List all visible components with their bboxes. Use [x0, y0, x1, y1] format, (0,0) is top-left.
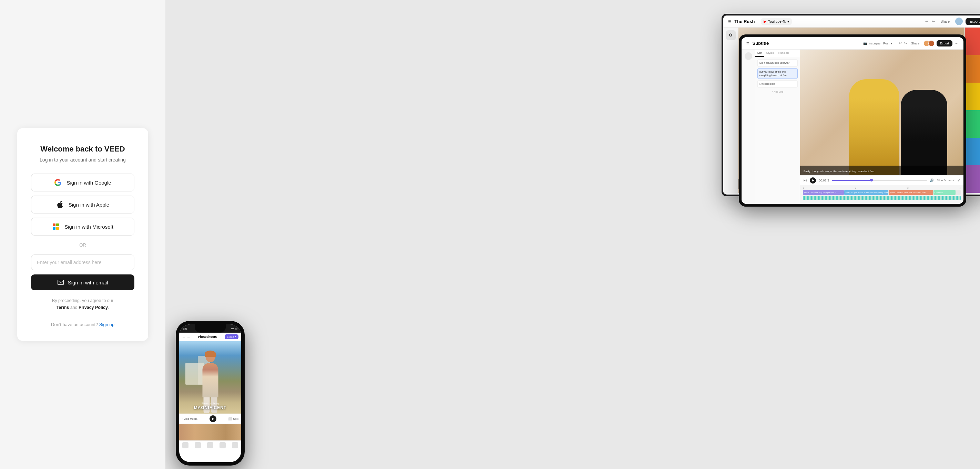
phone-project-name: Photoshoots	[198, 335, 217, 339]
yt-icon: ▶	[764, 19, 766, 24]
tablet-tabs: Edit Styles Translate	[755, 49, 800, 57]
signup-link[interactable]: Sign up	[99, 322, 115, 327]
chevron-down-icon: ▾	[891, 42, 892, 45]
tablet-prev-icon[interactable]: ⏮	[803, 178, 807, 182]
tablet-menu-icon: ≡	[746, 41, 749, 46]
instagram-icon: 📷	[863, 42, 867, 45]
phone-split-label[interactable]: Split	[233, 417, 239, 420]
tablet-header: ≡ Subtitle 📷 Instagram Post ▾ ↩ ↪ Share	[741, 37, 964, 49]
tablet-figure-yellow	[849, 79, 899, 175]
color-purple	[965, 165, 980, 193]
phone-figure-body	[202, 363, 218, 398]
email-input[interactable]	[31, 255, 134, 270]
tablet-progress-handle[interactable]	[870, 179, 873, 181]
desktop-export-btn[interactable]: Export	[966, 18, 980, 25]
redo-icon[interactable]: ↪	[931, 19, 935, 24]
avatar-2	[928, 40, 934, 46]
apple-signin-button[interactable]: Sign in with Apple	[31, 196, 134, 214]
tablet-undo-icon[interactable]: ↩	[899, 41, 902, 46]
phone-title-overlay: The Art of Being MAGNIFICENT	[179, 402, 241, 410]
subtitle-entry-3: I, worried sick!	[757, 80, 798, 88]
toolbar-btn-3[interactable]	[207, 442, 213, 448]
phone-bottom-toolbar	[179, 440, 241, 450]
undo-icon[interactable]: ↩	[925, 19, 929, 24]
apple-icon	[56, 201, 64, 208]
color-green	[965, 110, 980, 138]
phone-play-btn[interactable]: ▶	[210, 415, 216, 422]
tablet-progress-bar[interactable]	[832, 180, 927, 181]
tablet-figures	[849, 68, 947, 175]
microsoft-signin-button[interactable]: Sign in with Microsoft	[31, 218, 134, 236]
login-subtitle: Log in to your account and start creatin…	[31, 157, 134, 163]
tablet-play-btn[interactable]: ▶	[810, 177, 816, 184]
subtitle-track: Anna: Did it actually help you two? Slor…	[803, 190, 961, 195]
tablet-volume-icon[interactable]: 🔊	[930, 178, 934, 182]
tablet-caption-bar: Emily : but you know, at the end everyth…	[800, 166, 964, 175]
privacy-link[interactable]: Privacy Policy	[79, 305, 108, 310]
tab-translate[interactable]: Translate	[776, 49, 792, 57]
tablet-share-btn[interactable]: Share	[909, 41, 921, 46]
phone-back-icon[interactable]: ←	[182, 335, 185, 339]
tablet-title: Subtitle	[752, 41, 769, 46]
phone-video-title-large: MAGNIFICENT	[179, 405, 241, 410]
toolbar-btn-4[interactable]	[220, 442, 226, 448]
tablet-sidebar-icon-1[interactable]	[745, 52, 752, 60]
share-btn[interactable]: Share	[938, 18, 953, 25]
tablet-more-icon[interactable]: ⋯	[955, 41, 959, 46]
desktop-menu-icon: ≡	[728, 19, 731, 24]
subtitle-entry-2[interactable]: but you know, at the end everything turn…	[757, 68, 798, 79]
microsoft-icon	[52, 223, 60, 230]
tab-styles[interactable]: Styles	[764, 49, 776, 57]
waveform	[803, 196, 961, 200]
toolbar-btn-2[interactable]	[195, 442, 201, 448]
signup-text: Don't have an account? Sign up	[31, 322, 134, 327]
phone-controls: + Add Media ▶ ⬜ Split	[179, 414, 241, 424]
phone-forward-icon[interactable]: →	[187, 335, 190, 339]
google-signin-button[interactable]: Sign in with Google	[31, 174, 134, 192]
tablet-format-label: Instagram Post	[869, 42, 889, 45]
tablet-redo-icon[interactable]: ↪	[904, 41, 907, 46]
svg-rect-0	[57, 280, 64, 285]
tablet-timeline: 1 2 3 4 Anna: Did it actually help you t…	[800, 185, 964, 204]
desktop-format-badge: ▶ YouTube 4k ▾	[761, 18, 792, 25]
terms-and: and	[70, 305, 78, 310]
color-red	[965, 27, 980, 55]
google-btn-label: Sign in with Google	[67, 180, 111, 185]
tablet-main-content: Emily : but you know, at the end everyth…	[800, 49, 964, 204]
terms-link[interactable]: Terms	[57, 305, 69, 310]
phone-split-area: ⬜ Split	[228, 417, 239, 420]
toolbar-btn-1[interactable]	[182, 442, 188, 448]
add-line-btn[interactable]: + Add Line	[757, 89, 798, 94]
google-icon	[54, 179, 62, 186]
phone-screen: 9:41 ▪▪▪ ▭ ← → Photoshoots Export ▾	[179, 324, 241, 462]
tablet-video-area: Emily : but you know, at the end everyth…	[800, 49, 964, 175]
tablet-fit-screen[interactable]: Fit to Screen ▾	[937, 179, 955, 182]
login-panel: Welcome back to VEED Log in to your acco…	[0, 0, 165, 469]
tab-edit[interactable]: Edit	[755, 49, 764, 57]
apple-btn-label: Sign in with Apple	[68, 202, 109, 208]
right-panel: ≡ The Rush ▶ YouTube 4k ▾ ↩ ↪ Share Expo…	[165, 0, 980, 469]
tablet-export-btn[interactable]: Export	[937, 40, 953, 46]
terms-text: By proceeding, you agree to our Terms an…	[31, 297, 134, 311]
tablet-caption-text: Emily : but you know, at the end everyth…	[803, 170, 875, 173]
tablet-fullscreen-icon[interactable]: ⤢	[957, 178, 960, 182]
phone-figure-hair	[205, 350, 216, 357]
desktop-sidebar: ⚙	[723, 27, 738, 193]
phone-export-chevron: ▾	[235, 335, 236, 338]
subtitle-entry-1: Did it actually help you two?	[757, 59, 798, 67]
phone-figure-head	[206, 353, 215, 362]
phone-notch	[195, 324, 226, 333]
phone-add-media[interactable]: + Add Media	[182, 417, 197, 420]
phone-nav: ← →	[182, 335, 190, 339]
thumbnail-content	[179, 424, 241, 440]
settings-icon[interactable]: ⚙	[726, 30, 736, 40]
login-card: Welcome back to VEED Log in to your acco…	[17, 128, 148, 341]
tablet-format: 📷 Instagram Post ▾	[863, 42, 892, 45]
segment-4: Come on!	[934, 190, 956, 195]
phone-export-btn[interactable]: Export ▾	[225, 334, 239, 339]
toolbar-btn-5[interactable]	[232, 442, 238, 448]
color-blue	[965, 138, 980, 165]
terms-period: .	[108, 305, 109, 310]
or-text: OR	[79, 242, 86, 247]
email-signin-button[interactable]: Sign in with email	[31, 274, 134, 290]
